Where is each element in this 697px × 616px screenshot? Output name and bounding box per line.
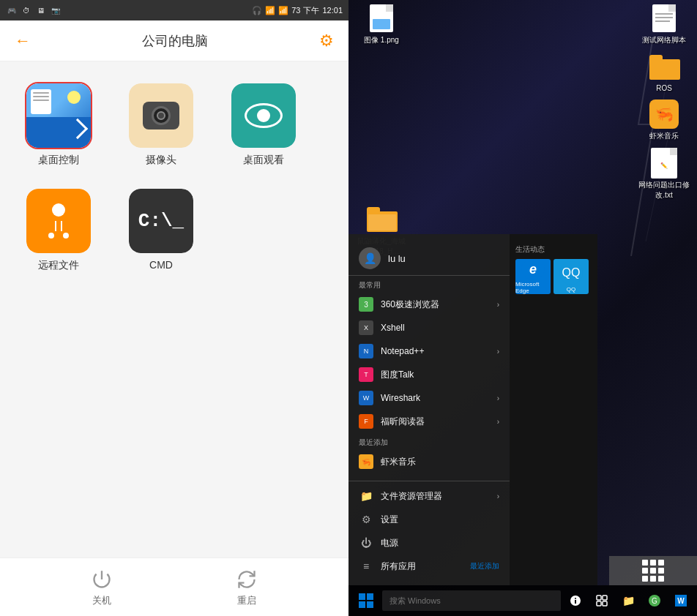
rf-dots bbox=[48, 233, 69, 238]
eye-icon bbox=[231, 83, 296, 148]
wifi-icon: 📶 bbox=[265, 6, 275, 15]
tile-qq[interactable]: QQ QQ bbox=[554, 259, 589, 294]
app-desktop-control[interactable]: 桌面控制 bbox=[15, 83, 102, 167]
kbd-dot-6 bbox=[658, 568, 664, 574]
ros-folder-icon bbox=[649, 53, 679, 82]
app-camera[interactable]: 摄像头 bbox=[117, 83, 205, 167]
restart-icon bbox=[235, 568, 258, 591]
win-quad-1 bbox=[359, 593, 365, 600]
win-quad-2 bbox=[367, 593, 373, 600]
menu-item-toodotalk-label: 图度Talk bbox=[381, 369, 499, 381]
menu-item-power-label: 电源 bbox=[381, 537, 499, 549]
icon-xshell: X bbox=[359, 320, 373, 335]
battery-level: 73 bbox=[291, 6, 300, 15]
app-cmd[interactable]: C:\_ CMD bbox=[117, 189, 205, 272]
cmd-icon-bg: C:\_ bbox=[129, 189, 193, 253]
kbd-dot-3 bbox=[658, 560, 664, 566]
camera-lens-inner bbox=[157, 111, 165, 120]
xiami-label: 虾米音乐 bbox=[649, 131, 679, 141]
menu-item-wireshark[interactable]: W Wireshark › bbox=[348, 386, 510, 410]
kbd-dot-9 bbox=[658, 576, 664, 582]
tile-edge[interactable]: e Microsoft Edge bbox=[515, 259, 551, 294]
menu-item-all-apps-label: 所有应用 bbox=[381, 560, 463, 573]
app-icon-3: 🖥 bbox=[35, 4, 47, 16]
menu-item-settings[interactable]: ⚙ 设置 bbox=[348, 508, 510, 531]
menu-item-notepad-label: Notepad++ bbox=[381, 346, 490, 356]
back-button[interactable]: ← bbox=[15, 31, 31, 50]
kbd-dot-1 bbox=[642, 560, 648, 566]
live-tile-section: 生活动态 e Microsoft Edge QQ QQ bbox=[510, 241, 597, 297]
menu-item-furu[interactable]: F 福昕阅读器 › bbox=[348, 410, 510, 433]
app-header: ← 公司的电脑 ⚙ bbox=[0, 20, 348, 61]
cmd-label: CMD bbox=[149, 259, 173, 271]
user-avatar: 👤 bbox=[359, 247, 381, 269]
desktop-icon-xiami[interactable]: 🦐 虾米音乐 bbox=[638, 99, 690, 141]
menu-bottom: 📁 文件资源管理器 › ⚙ 设置 ⏻ 电源 ≡ 所有应用 最近添加 bbox=[348, 481, 510, 578]
menu-item-settings-label: 设置 bbox=[381, 514, 499, 526]
image-file-label: 图像 1.png bbox=[364, 35, 399, 45]
kbd-dot-4 bbox=[642, 568, 648, 574]
menu-item-xiami[interactable]: 🦐 虾米音乐 bbox=[348, 450, 510, 473]
start-menu: 👤 lu lu 最常用 3 360极速浏览器 › X Xshell N Note… bbox=[348, 234, 597, 585]
start-menu-right: 生活动态 e Microsoft Edge QQ QQ bbox=[510, 234, 597, 585]
menu-item-all-apps[interactable]: ≡ 所有应用 最近添加 bbox=[348, 555, 510, 578]
shutdown-button[interactable]: 关机 bbox=[90, 568, 113, 607]
taskbar-file-explorer[interactable]: 📁 bbox=[616, 589, 640, 612]
rf-circle-top bbox=[52, 203, 65, 217]
arrow-360: › bbox=[497, 301, 499, 309]
start-button[interactable] bbox=[353, 587, 379, 614]
desktop-icon-script[interactable]: 测试网络脚本 bbox=[638, 4, 690, 45]
menu-item-xshell[interactable]: X Xshell bbox=[348, 316, 510, 339]
menu-item-toodotalk[interactable]: T 图度Talk bbox=[348, 363, 510, 386]
start-menu-user: 👤 lu lu bbox=[348, 241, 510, 276]
cmd-icon: C:\_ bbox=[129, 189, 193, 253]
desktop-icon-area-top: 图像 1.png bbox=[356, 4, 407, 45]
kbd-dot-8 bbox=[650, 576, 656, 582]
restart-button[interactable]: 重启 bbox=[235, 568, 258, 607]
rf-lines bbox=[55, 221, 62, 231]
icon-all-apps: ≡ bbox=[359, 559, 373, 574]
image-file-icon bbox=[367, 4, 396, 33]
menu-item-files[interactable]: 📁 文件资源管理器 › bbox=[348, 484, 510, 508]
app-desktop-watch[interactable]: 桌面观看 bbox=[220, 83, 308, 167]
tile-edge-label: Microsoft Edge bbox=[515, 281, 551, 294]
desktop-icon-network[interactable]: ✏️ 网络问题出口修改.txt bbox=[638, 149, 690, 200]
user-name: lu lu bbox=[388, 253, 406, 264]
notepad-icon bbox=[31, 89, 51, 114]
rf-line-2 bbox=[61, 221, 62, 231]
signal-icon: 📶 bbox=[278, 6, 288, 15]
arrow-notepad: › bbox=[497, 348, 499, 356]
desktop-icons-right: 测试网络脚本 ROS 🦐 虾米音乐 ✏️ bbox=[638, 0, 690, 200]
desktop-icon-image[interactable]: 图像 1.png bbox=[356, 4, 407, 45]
camera-label: 摄像头 bbox=[146, 154, 176, 167]
eye-shape bbox=[245, 103, 283, 128]
virtual-keyboard[interactable] bbox=[609, 556, 697, 585]
settings-button[interactable]: ⚙ bbox=[319, 31, 334, 50]
app-icon-1: 🎮 bbox=[6, 4, 18, 16]
desktop-icon-ros[interactable]: ROS bbox=[638, 53, 690, 92]
svg-rect-0 bbox=[597, 596, 601, 600]
svg-rect-1 bbox=[603, 596, 607, 600]
taskbar-task-view[interactable] bbox=[590, 589, 614, 612]
menu-item-notepad[interactable]: N Notepad++ › bbox=[348, 339, 510, 363]
eye-icon-bg bbox=[231, 83, 296, 148]
network-label: 网络问题出口修改.txt bbox=[638, 180, 690, 200]
taskbar-app[interactable]: W bbox=[669, 589, 693, 612]
xiami-music-icon: 🦐 bbox=[649, 99, 679, 129]
sun-icon bbox=[67, 91, 81, 104]
menu-item-power[interactable]: ⏻ 电源 bbox=[348, 531, 510, 555]
start-menu-left: 👤 lu lu 最常用 3 360极速浏览器 › X Xshell N Note… bbox=[348, 234, 510, 585]
icon-wireshark: W bbox=[359, 391, 373, 405]
menu-item-360-label: 360极速浏览器 bbox=[381, 298, 490, 311]
menu-item-360[interactable]: 3 360极速浏览器 › bbox=[348, 293, 510, 316]
taskbar-action-center[interactable] bbox=[564, 589, 587, 612]
icon-toodotalk: T bbox=[359, 367, 373, 382]
app-remote-files[interactable]: 远程文件 bbox=[15, 189, 102, 272]
icon-power: ⏻ bbox=[359, 536, 373, 550]
taskbar-browser[interactable]: G bbox=[643, 589, 666, 612]
restart-label: 重启 bbox=[237, 594, 256, 607]
taskbar-search[interactable] bbox=[382, 590, 561, 611]
shutdown-label: 关机 bbox=[92, 594, 111, 607]
remote-files-icon bbox=[26, 189, 91, 253]
eye-pupil bbox=[257, 109, 270, 122]
